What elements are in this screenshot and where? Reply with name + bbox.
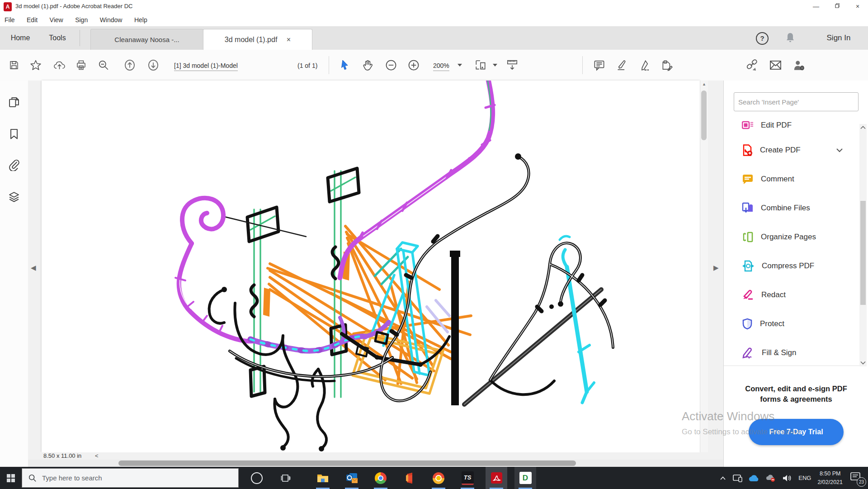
restore-button[interactable] [826,0,847,13]
tablet-mode-icon[interactable] [732,474,742,482]
scroll-up-icon[interactable]: ▲ [700,82,708,86]
browser-button[interactable] [428,467,449,489]
toolbar-separator [582,56,583,74]
zoom-caret-icon[interactable] [458,64,462,66]
action-center-button[interactable]: 23 [850,471,863,485]
task-view-button[interactable] [275,467,297,489]
windows-logo-icon [7,474,15,482]
zoom-out-tool-icon[interactable] [97,58,110,72]
panel-scrollbar-thumb[interactable] [860,201,866,305]
create-pdf-chevron-icon[interactable] [836,148,843,152]
sync-paused-icon[interactable] [766,474,776,482]
fit-page-icon[interactable] [474,58,487,72]
panel-scroll-up-icon[interactable] [860,126,866,129]
page-bookmark-label[interactable]: [1] 3d model (1)-Model [174,62,238,70]
close-button[interactable]: × [847,0,868,13]
next-page-arrow-icon[interactable]: ▶ [713,264,719,272]
compress-pdf-icon [742,260,755,272]
tray-expand-chevron-icon[interactable] [720,476,726,480]
horizontal-scrollbar-thumb[interactable] [118,461,576,466]
vertical-scrollbar-thumb[interactable] [701,90,707,140]
notifications-bell-icon[interactable] [785,32,796,45]
outlook-button[interactable] [341,467,363,489]
attachments-icon[interactable] [8,158,20,171]
page-thumbnails-icon[interactable] [8,96,20,109]
tab-home[interactable]: Home [5,26,36,50]
free-trial-button[interactable]: Free 7-Day Trial [749,419,844,445]
menu-view[interactable]: View [50,14,63,26]
start-button[interactable] [0,467,22,489]
vertical-scrollbar[interactable]: ▲ ▼ [700,81,708,460]
page-width-icon[interactable] [505,58,519,72]
taskbar-search-input[interactable] [41,474,215,482]
zoom-out-icon[interactable] [384,58,398,72]
help-icon[interactable]: ? [756,32,769,45]
tool-redact[interactable]: Redact [724,280,859,309]
panel-scrollbar[interactable] [859,124,867,366]
taskbar-clock[interactable]: 8:50 PM 2/02/2021 [817,470,843,486]
tool-edit-pdf[interactable]: Edit PDF [724,119,859,136]
tab-close-icon[interactable]: × [287,36,291,43]
next-view-icon[interactable] [146,58,160,72]
tool-create-pdf[interactable]: Create PDF [724,136,859,165]
fill-sign-icon [742,347,755,359]
select-tool-icon[interactable] [338,58,352,72]
zoom-in-icon[interactable] [407,58,420,72]
previous-page-arrow-icon[interactable]: ◀ [31,264,36,272]
bookmarks-icon[interactable] [8,128,20,140]
menu-help[interactable]: Help [134,14,147,26]
scroll-left-button[interactable]: < [95,452,99,459]
file-explorer-button[interactable] [312,467,334,489]
previous-view-icon[interactable] [123,58,137,72]
tool-fill-sign[interactable]: Fill & Sign [724,338,859,366]
cortana-button[interactable] [246,467,268,489]
fit-caret-icon[interactable] [493,64,497,66]
ts-app-button[interactable]: TS [457,467,478,489]
email-icon[interactable] [769,58,782,72]
sign-in-button[interactable]: Sign In [823,26,854,50]
chrome-button[interactable] [370,467,392,489]
acrobat-reader-button[interactable] [486,467,507,489]
tool-comment[interactable]: Comment [724,165,859,194]
tab-tools[interactable]: Tools [42,26,73,50]
tool-combine-files[interactable]: Combine Files [724,194,859,223]
menu-edit[interactable]: Edit [27,14,38,26]
volume-icon[interactable] [782,474,792,482]
outlook-icon [346,472,358,484]
language-indicator[interactable]: ENG [798,475,811,481]
profile-icon[interactable] [792,58,806,72]
zoom-level-value[interactable]: 200% [433,62,449,70]
menu-file[interactable]: File [5,14,15,26]
doc-tab-cleanaway[interactable]: Cleanaway Noosa -... [90,29,203,50]
taskbar-search[interactable] [22,468,239,488]
office-button[interactable] [399,467,420,489]
d-app-button[interactable]: D [514,467,536,489]
hand-tool-icon[interactable] [361,58,374,72]
tool-compress-pdf[interactable]: Compress PDF [724,252,859,280]
highlight-tool-icon[interactable] [615,58,628,72]
tool-protect[interactable]: Protect [724,309,859,338]
document-viewer: ◀ ▶ [28,81,723,467]
menu-window[interactable]: Window [100,14,123,26]
pdf-page[interactable] [42,81,700,452]
search-icon [28,474,37,482]
comment-tool-icon[interactable] [592,58,606,72]
onedrive-icon[interactable] [749,475,760,482]
minimize-button[interactable]: — [806,0,826,13]
layers-icon[interactable] [8,190,20,203]
tool-organize-pages[interactable]: Organize Pages [724,223,859,252]
panel-scroll-down-icon[interactable] [860,361,866,365]
menu-sign[interactable]: Sign [75,14,88,26]
acrobat-reader-icon [491,472,503,484]
stamp-tool-icon[interactable] [660,58,674,72]
share-link-icon[interactable] [745,58,759,72]
horizontal-scrollbar[interactable] [28,460,723,467]
cloud-upload-icon[interactable] [52,58,66,72]
tools-search-input[interactable] [734,92,859,111]
print-icon[interactable] [74,58,88,72]
star-icon[interactable] [29,58,42,72]
doc-tab-3d-model[interactable]: 3d model (1).pdf × [203,29,312,50]
file-explorer-icon [316,473,329,484]
fill-sign-tool-icon[interactable] [637,58,651,72]
save-icon[interactable] [7,58,21,72]
